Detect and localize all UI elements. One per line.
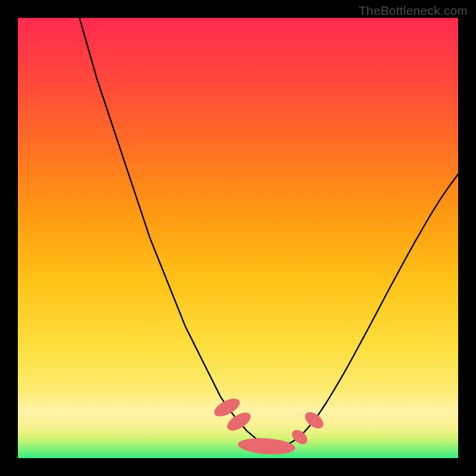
gradient-background: [18, 18, 458, 458]
watermark-text: TheBottleneck.com: [359, 4, 468, 18]
plot-svg: [18, 18, 458, 458]
plot-area: [18, 18, 458, 458]
chart-frame: TheBottleneck.com: [0, 0, 476, 476]
